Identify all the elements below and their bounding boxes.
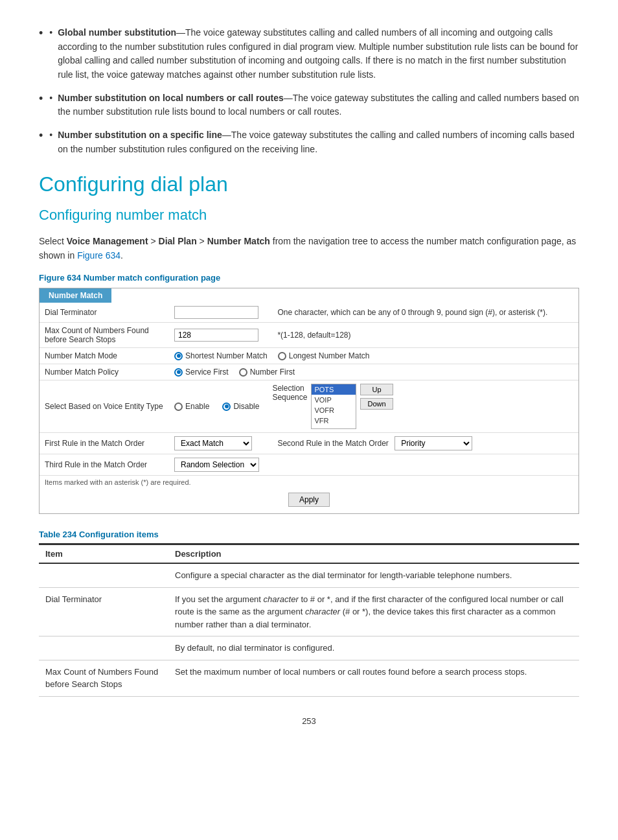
third-rule-select[interactable]: Random Selection: [174, 458, 259, 472]
radio-enable[interactable]: Enable: [174, 402, 209, 411]
table-cell-desc-3: By default, no dial terminator is config…: [168, 636, 579, 660]
bullet-item-3: • Number substitution on a specific line…: [39, 128, 579, 156]
config-tab: Number Match: [40, 288, 111, 303]
radio-number-first-dot: [239, 368, 247, 377]
seq-item-vofr[interactable]: VOFR: [312, 405, 356, 415]
table-label: Table 234 Configuration items: [39, 530, 579, 539]
radio-number-first[interactable]: Number First: [239, 368, 295, 377]
config-data-table: Item Description Configure a special cha…: [39, 543, 579, 697]
row-dial-terminator: Dial Terminator One character, which can…: [40, 303, 578, 323]
radio-longest-dot: [278, 352, 286, 360]
radio-longest[interactable]: Longest Number Match: [278, 351, 370, 360]
dial-terminator-input[interactable]: [174, 306, 258, 319]
row-third-rule: Third Rule in the Match Order Random Sel…: [40, 454, 578, 476]
row-match-policy: Number Match Policy Service First Number…: [40, 364, 578, 380]
selection-sequence-group: SelectionSequence POTS VOIP VOFR VFR Up: [272, 384, 393, 429]
max-count-input[interactable]: [174, 329, 258, 342]
radio-shortest[interactable]: Shortest Number Match: [174, 351, 268, 360]
table-row-1: Configure a special character as the dia…: [39, 563, 579, 587]
required-note: Items marked with an asterisk (*) are re…: [40, 476, 578, 489]
seq-item-voip[interactable]: VOIP: [312, 395, 356, 405]
radio-number-first-label: Number First: [250, 368, 295, 377]
figure-link[interactable]: Figure 634: [77, 250, 120, 261]
row-select-first-rule[interactable]: Exact Match: [169, 433, 272, 454]
apply-button[interactable]: Apply: [288, 493, 330, 507]
table-cell-item-3: [39, 636, 168, 660]
row-label-first-rule: First Rule in the Match Order: [40, 433, 169, 454]
apply-button-container: Apply: [40, 489, 578, 513]
row-input-dial-terminator[interactable]: [169, 303, 272, 323]
second-rule-label: Second Rule in the Match Order: [277, 439, 388, 448]
seq-item-vfr[interactable]: VFR: [312, 415, 356, 426]
row-input-max-count[interactable]: [169, 323, 272, 348]
bullet-bold-1: Global number substitution: [58, 27, 176, 38]
section-title: Configuring dial plan: [39, 172, 579, 196]
radio-longest-label: Longest Number Match: [289, 351, 370, 360]
first-rule-select[interactable]: Exact Match: [174, 436, 252, 450]
radio-shortest-label: Shortest Number Match: [185, 351, 268, 360]
radio-service-first-dot: [174, 368, 183, 377]
table-cell-desc-1: Configure a special character as the dia…: [168, 563, 579, 587]
row-options-match-policy: Service First Number First: [169, 364, 578, 380]
radio-enable-dot: [174, 402, 183, 411]
seq-up-button[interactable]: Up: [360, 384, 393, 395]
bullet-bold-2: Number substitution on local numbers or …: [58, 93, 284, 103]
radio-disable[interactable]: Disable: [222, 402, 259, 411]
row-match-mode: Number Match Mode Shortest Number Match …: [40, 348, 578, 364]
page-number: 253: [39, 716, 579, 726]
seq-item-pots[interactable]: POTS: [312, 384, 356, 395]
row-note-max-count: *(1-128, default=128): [272, 323, 578, 348]
radio-service-first-label: Service First: [185, 368, 229, 377]
sub-title: Configuring number match: [39, 207, 579, 224]
radio-disable-dot: [222, 402, 231, 411]
bullet-bold-3: Number substitution on a specific line: [58, 130, 222, 140]
radio-shortest-dot: [174, 352, 183, 360]
seq-list-container: POTS VOIP VOFR VFR: [311, 384, 356, 429]
table-cell-item-1: [39, 563, 168, 587]
bullet-list: • Global number substitution—The voice g…: [39, 26, 579, 157]
radio-enable-label: Enable: [185, 402, 209, 411]
seq-down-button[interactable]: Down: [360, 398, 393, 410]
row-max-count: Max Count of Numbers Found before Search…: [40, 323, 578, 348]
bullet-item-1: • Global number substitution—The voice g…: [39, 26, 579, 82]
table-header-description: Description: [168, 544, 579, 564]
table-cell-desc-4: Set the maximum number of local numbers …: [168, 660, 579, 696]
table-cell-item-2: Dial Terminator: [39, 587, 168, 636]
table-cell-desc-2: If you set the argument character to # o…: [168, 587, 579, 636]
row-voice-entity: Select Based on Voice Entity Type Enable…: [40, 380, 578, 433]
intro-paragraph: Select Voice Management > Dial Plan > Nu…: [39, 234, 579, 263]
second-rule-select[interactable]: Priority: [395, 436, 472, 450]
row-label-match-mode: Number Match Mode: [40, 348, 169, 364]
row-second-rule: Second Rule in the Match Order Priority: [272, 433, 578, 454]
bullet-item-2: • Number substitution on local numbers o…: [39, 91, 579, 119]
table-header-row: Item Description: [39, 544, 579, 564]
table-row-2: Dial Terminator If you set the argument …: [39, 587, 579, 636]
config-table: Dial Terminator One character, which can…: [40, 303, 578, 476]
config-panel: Number Match Dial Terminator One charact…: [39, 288, 579, 514]
seq-buttons: Up Down: [360, 384, 393, 410]
table-row-3: By default, no dial terminator is config…: [39, 636, 579, 660]
row-options-match-mode: Shortest Number Match Longest Number Mat…: [169, 348, 578, 364]
row-voice-entity-content: Enable Disable SelectionSequence POTS VO…: [169, 380, 578, 433]
table-cell-item-4: Max Count of Numbers Found before Search…: [39, 660, 168, 696]
row-note-dial-terminator: One character, which can be any of 0 thr…: [272, 303, 578, 323]
radio-disable-label: Disable: [233, 402, 259, 411]
figure-label: Figure 634 Number match configuration pa…: [39, 273, 579, 283]
row-select-third-rule[interactable]: Random Selection: [169, 454, 578, 476]
row-label-dial-terminator: Dial Terminator: [40, 303, 169, 323]
table-row-4: Max Count of Numbers Found before Search…: [39, 660, 579, 696]
selection-seq-label: SelectionSequence: [272, 384, 307, 402]
radio-service-first[interactable]: Service First: [174, 368, 229, 377]
table-header-item: Item: [39, 544, 168, 564]
row-label-voice-entity: Select Based on Voice Entity Type: [40, 380, 169, 433]
row-first-second-rule: First Rule in the Match Order Exact Matc…: [40, 433, 578, 454]
row-label-match-policy: Number Match Policy: [40, 364, 169, 380]
row-label-max-count: Max Count of Numbers Found before Search…: [40, 323, 169, 348]
row-label-third-rule: Third Rule in the Match Order: [40, 454, 169, 476]
seq-list[interactable]: POTS VOIP VOFR VFR: [311, 384, 356, 429]
